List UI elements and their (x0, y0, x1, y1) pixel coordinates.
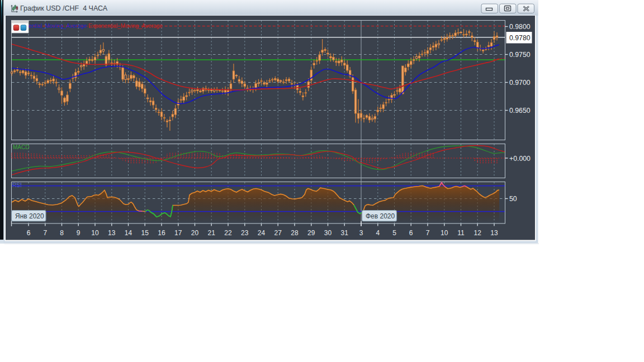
svg-text:10: 10 (91, 229, 99, 237)
svg-text:13: 13 (490, 229, 498, 237)
svg-text:0.9780: 0.9780 (509, 34, 531, 42)
svg-text:5: 5 (392, 229, 396, 237)
svg-text:12: 12 (474, 229, 482, 237)
svg-text:0.9650: 0.9650 (509, 107, 531, 115)
svg-text:Фев 2020: Фев 2020 (366, 212, 395, 220)
svg-text:15: 15 (141, 229, 149, 237)
svg-text:21: 21 (208, 229, 216, 237)
svg-text:29: 29 (307, 229, 315, 237)
svg-text:6: 6 (27, 229, 31, 237)
svg-text:8: 8 (60, 229, 64, 237)
svg-text:20: 20 (191, 229, 199, 237)
svg-text:MACD: MACD (13, 144, 29, 150)
svg-text:+0.000: +0.000 (509, 155, 531, 163)
svg-text:16: 16 (158, 229, 165, 237)
svg-text:7: 7 (43, 229, 47, 237)
svg-text:0.9700: 0.9700 (509, 79, 531, 87)
svg-text:28: 28 (291, 229, 299, 237)
svg-text:0.9800: 0.9800 (509, 23, 531, 31)
svg-text:График USD /CHF 4 ЧАСА: График USD /CHF 4 ЧАСА (20, 4, 108, 12)
svg-text:6: 6 (409, 229, 413, 237)
svg-text:14: 14 (125, 229, 132, 237)
svg-text:23: 23 (241, 229, 249, 237)
svg-text:ential_Moving_Average: ential_Moving_Average (29, 23, 88, 29)
svg-text:Exponential_Moving_Average: Exponential_Moving_Average (88, 23, 163, 29)
svg-text:30: 30 (324, 229, 332, 237)
svg-text:10: 10 (441, 229, 448, 237)
svg-text:9: 9 (77, 229, 80, 237)
svg-text:3: 3 (359, 229, 363, 237)
svg-text:50: 50 (509, 195, 517, 203)
svg-text:17: 17 (174, 229, 182, 237)
svg-text:27: 27 (274, 229, 282, 237)
svg-text:0.9750: 0.9750 (509, 51, 531, 59)
svg-text:13: 13 (108, 229, 116, 237)
svg-text:11: 11 (457, 229, 465, 237)
svg-text:Янв 2020: Янв 2020 (15, 212, 44, 220)
svg-text:31: 31 (341, 229, 349, 237)
svg-text:4: 4 (376, 229, 380, 237)
svg-text:7: 7 (426, 229, 430, 237)
svg-text:24: 24 (258, 229, 266, 237)
svg-text:22: 22 (224, 229, 232, 237)
svg-text:RSI: RSI (12, 182, 22, 188)
